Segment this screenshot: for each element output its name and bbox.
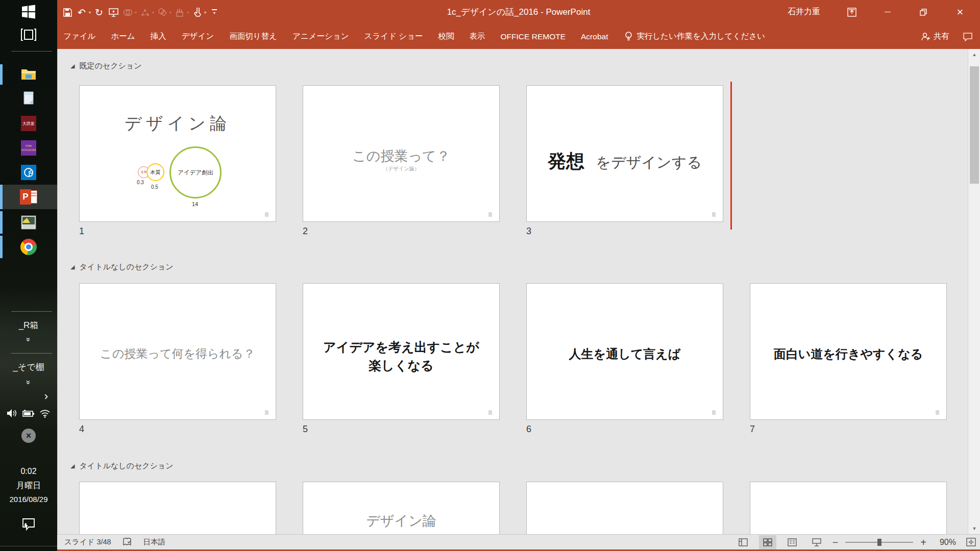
slide-number: 5 [303,424,308,435]
taskbar-gauge-app[interactable] [0,162,57,183]
tab-design[interactable]: デザイン [174,24,222,49]
daijisen-icon: 大辞泉 [21,116,36,131]
customize-qat-button[interactable]: ▾ [208,6,220,19]
section-collapse-icon[interactable]: ◢ [70,463,75,469]
start-button[interactable] [0,3,57,20]
section-header-untitled-2[interactable]: ◢ タイトルなしのセクション [70,461,174,471]
slide-thumbnail-2[interactable]: この授業って？ （デザイン論） [303,85,500,222]
taskbar-file-explorer[interactable] [0,64,57,85]
clock-day[interactable]: 月曜日 [0,480,57,492]
slide-thumbnail-4[interactable]: この授業って何を得られる？ [79,283,276,420]
slide1-val-large: 14 [192,201,198,207]
account-name[interactable]: 石井力重 [776,0,832,24]
clock-date[interactable]: 2016/08/29 [0,493,57,505]
slide-thumbnail-7[interactable]: 面白い道を行きやすくなる [750,283,947,420]
slide-number: 7 [750,424,755,435]
slide-counter[interactable]: スライド 3/48 [64,537,111,547]
section-collapse-icon[interactable]: ◢ [70,63,75,69]
comments-icon[interactable] [963,32,973,41]
slide-thumbnail-5[interactable]: アイデアを考え出すことが 楽しくなる [303,283,500,420]
tab-animations[interactable]: アニメーション [285,24,357,49]
file-explorer-icon [21,68,36,81]
clock-time[interactable]: 0:02 [0,465,57,478]
taskbar-photo-viewer[interactable] [0,211,57,234]
quick-access-toolbar: ↶ ▾ ↻ ▾ ▾ ▾ ▾ ▾ ▾ [61,2,220,22]
volume-icon[interactable] [7,409,18,418]
slide-thumbnail-1[interactable]: デザイン論 造形 本質 アイデア創出 0.3 0.5 14 [79,85,276,222]
undo-dropdown[interactable]: ▾ [89,10,91,15]
toolbar-expand-chevron[interactable]: » [0,375,57,388]
minimize-button[interactable] [876,0,899,24]
proofing-icon[interactable] [122,538,132,546]
tab-view[interactable]: 表示 [462,24,493,49]
language-indicator[interactable]: 日本語 [143,537,166,547]
zoom-out-button[interactable]: − [832,537,839,547]
touch-mode-dropdown[interactable]: ▾ [204,10,206,15]
toolbar-expand-chevron[interactable]: » [0,333,57,345]
scroll-up-button[interactable]: ▲ [968,49,980,60]
user-name-text: 石井力重 [788,7,820,17]
slide3-rest: をデザインする [596,154,702,170]
show-hidden-icons-button[interactable]: › [0,390,57,403]
touch-mode-button[interactable] [191,6,203,19]
taskbar-the-wisdom[interactable]: THE WISDOM [0,138,57,158]
restore-button[interactable] [912,0,935,24]
show-desktop-divider[interactable] [0,546,57,546]
action-center-button[interactable] [0,514,57,535]
slide-thumbnail-10[interactable] [526,482,723,534]
slide-thumbnail-9[interactable]: デザイン論 [303,482,500,534]
tell-me-search[interactable]: 実行したい作業を入力してください [625,31,765,42]
tab-slideshow[interactable]: スライド ショー [357,24,431,49]
close-button[interactable]: × [947,0,973,24]
section-header-untitled-1[interactable]: ◢ タイトルなしのセクション [70,262,174,272]
fit-to-window-button[interactable] [966,538,976,546]
section-title: タイトルなしのセクション [79,262,173,272]
share-button[interactable]: 共有 [921,31,949,42]
slide3-text: 発想 をデザインする [527,149,723,174]
save-button[interactable] [61,6,74,19]
slideshow-view-button[interactable] [808,535,825,549]
slide5-line1: アイデアを考え出すことが [303,339,499,356]
merge-shapes-button [121,6,134,19]
tab-office-remote[interactable]: OFFICE REMOTE [493,24,573,49]
slide-number: 6 [526,424,531,435]
taskbar-chrome[interactable] [0,236,57,258]
notification-dismiss[interactable]: × [0,428,57,444]
taskbar-toolbar-rbako[interactable]: _R箱 [0,318,57,332]
tab-review[interactable]: 校閲 [431,24,462,49]
tab-transitions[interactable]: 画面切り替え [222,24,285,49]
section-header-default[interactable]: ◢ 既定のセクション [70,61,142,71]
slide-footer-mark [265,410,268,415]
tab-file[interactable]: ファイル [57,24,103,49]
slide-thumbnail-6[interactable]: 人生を通して言えば [526,283,723,420]
zoom-in-button[interactable]: + [920,537,926,547]
slide4-text: この授業って何を得られる？ [80,346,276,362]
scrollbar-thumb[interactable] [970,66,979,184]
vertical-scrollbar[interactable]: ▲ ▼ [968,49,980,534]
reading-view-button[interactable] [783,535,801,549]
slide-thumbnail-11[interactable] [750,482,947,534]
taskbar-daijisen[interactable]: 大辞泉 [0,113,57,134]
scroll-down-button[interactable]: ▼ [968,523,980,534]
normal-view-button[interactable] [734,535,752,549]
tab-acrobat[interactable]: Acrobat [573,24,616,49]
taskbar-toolbar-sodedana[interactable]: _そで棚 [0,360,57,373]
task-view-button[interactable] [0,27,57,43]
taskbar-powerpoint[interactable]: P [0,185,57,209]
zoom-slider[interactable] [845,542,913,543]
battery-icon[interactable] [22,409,35,417]
tab-insert[interactable]: 挿入 [143,24,174,49]
redo-button[interactable]: ↻ [93,6,105,19]
slide-thumbnail-8[interactable] [79,482,276,534]
taskbar-notepad[interactable] [0,88,57,108]
zoom-percentage[interactable]: 90% [934,538,956,547]
zoom-slider-handle[interactable] [877,539,881,546]
wifi-icon[interactable] [39,409,51,418]
ribbon-display-options-button[interactable] [840,0,864,24]
section-collapse-icon[interactable]: ◢ [70,264,75,270]
slide-sorter-view-button[interactable] [759,535,776,549]
tab-home[interactable]: ホーム [103,24,142,49]
slide-thumbnail-3[interactable]: 発想 をデザインする [526,85,723,222]
start-from-beginning-button[interactable] [107,6,119,19]
undo-button[interactable]: ↶ [76,6,88,19]
